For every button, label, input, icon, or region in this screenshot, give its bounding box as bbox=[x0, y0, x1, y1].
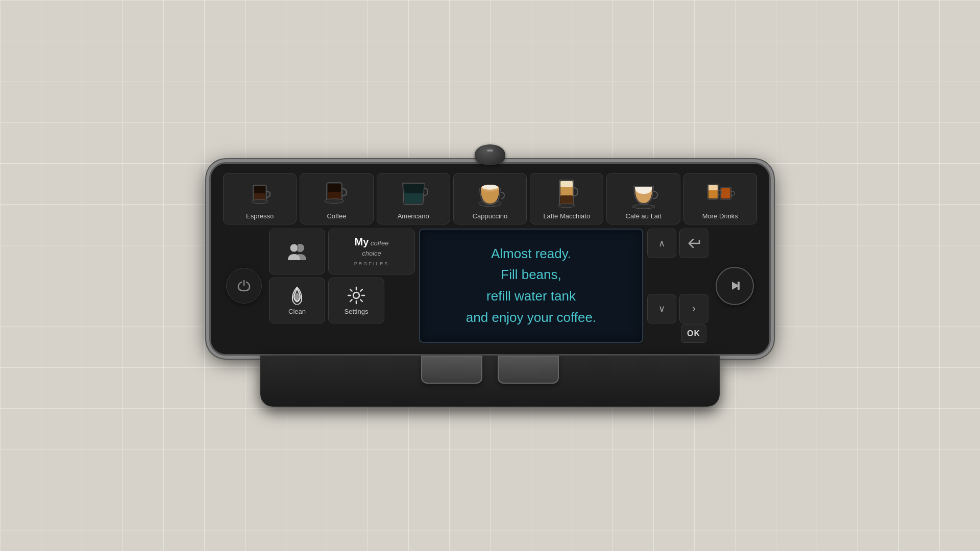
navigation-controls: ∧ ∨ › bbox=[647, 229, 708, 343]
cafe-au-lait-label: Café au Lait bbox=[626, 212, 662, 220]
americano-button[interactable]: Americano bbox=[377, 173, 450, 224]
svg-point-16 bbox=[558, 204, 575, 208]
svg-line-31 bbox=[360, 299, 362, 302]
more-drinks-button[interactable]: More Drinks bbox=[683, 173, 757, 224]
power-button[interactable] bbox=[226, 268, 262, 304]
americano-label: Americano bbox=[398, 212, 429, 220]
more-drinks-label: More Drinks bbox=[702, 212, 738, 220]
down-icon: ∨ bbox=[658, 303, 665, 314]
dispenser-left bbox=[421, 356, 482, 384]
machine-bottom bbox=[260, 356, 720, 407]
svg-rect-15 bbox=[560, 195, 573, 205]
nav-back-button[interactable] bbox=[679, 229, 708, 258]
cafe-au-lait-icon bbox=[628, 179, 659, 209]
profiles-label: PROFILES bbox=[354, 261, 389, 266]
svg-point-11 bbox=[483, 185, 497, 189]
cafe-au-lait-button[interactable]: Café au Lait bbox=[606, 173, 680, 224]
display-line3: refill water tank bbox=[486, 288, 576, 304]
svg-rect-22 bbox=[721, 188, 730, 198]
display-line1: Almost ready. bbox=[491, 246, 571, 261]
svg-line-33 bbox=[350, 299, 352, 302]
svg-line-32 bbox=[360, 289, 362, 291]
display-line4: and enjoy your coffee. bbox=[466, 310, 596, 325]
mid-left-top: My coffee choice PROFILES bbox=[269, 229, 415, 274]
cappuccino-icon bbox=[475, 179, 505, 209]
coffee-machine: Espresso Coffee bbox=[184, 144, 796, 407]
nav-down-button[interactable]: ∨ bbox=[647, 294, 676, 323]
svg-rect-35 bbox=[738, 282, 740, 290]
nav-right-button[interactable]: › bbox=[679, 294, 708, 323]
my-coffee-profiles-button[interactable]: My coffee choice PROFILES bbox=[328, 229, 415, 274]
svg-rect-2 bbox=[254, 186, 265, 193]
latte-macchiato-icon bbox=[551, 179, 582, 209]
users-button[interactable] bbox=[269, 229, 325, 274]
americano-icon bbox=[398, 179, 429, 209]
espresso-label: Espresso bbox=[246, 212, 274, 220]
clean-button[interactable]: Clean bbox=[269, 278, 325, 323]
nav-grid: ∧ ∨ › bbox=[647, 229, 708, 323]
cappuccino-label: Cappuccino bbox=[473, 212, 508, 220]
up-icon: ∧ bbox=[658, 238, 665, 249]
svg-point-25 bbox=[353, 292, 359, 298]
control-panel: Espresso Coffee bbox=[209, 162, 771, 356]
ok-button[interactable]: OK bbox=[681, 324, 706, 343]
svg-line-30 bbox=[350, 289, 352, 291]
clean-label: Clean bbox=[288, 308, 306, 315]
nav-empty-2 bbox=[679, 261, 708, 291]
display-message: Almost ready. Fill beans, refill water t… bbox=[466, 243, 596, 328]
right-icon: › bbox=[692, 302, 696, 315]
ok-label: OK bbox=[687, 329, 700, 338]
settings-button[interactable]: Settings bbox=[328, 278, 384, 323]
coffee-icon bbox=[321, 179, 352, 209]
svg-rect-6 bbox=[328, 184, 341, 192]
svg-rect-20 bbox=[708, 185, 718, 190]
more-drinks-icon bbox=[705, 179, 736, 209]
nav-empty-1 bbox=[647, 261, 676, 291]
dispenser-right bbox=[498, 356, 559, 384]
display-screen: Almost ready. Fill beans, refill water t… bbox=[419, 229, 643, 343]
coffee-button[interactable]: Coffee bbox=[300, 173, 373, 224]
latte-macchiato-label: Latte Macchiato bbox=[543, 212, 590, 220]
mid-left-controls: My coffee choice PROFILES bbox=[269, 229, 415, 343]
cappuccino-button[interactable]: Cappuccino bbox=[453, 173, 527, 224]
display-line2: Fill beans, bbox=[501, 267, 561, 282]
espresso-button[interactable]: Espresso bbox=[223, 173, 297, 224]
coffee-label: Coffee bbox=[327, 212, 346, 220]
svg-point-7 bbox=[325, 199, 344, 204]
play-stop-button[interactable] bbox=[716, 267, 754, 305]
svg-point-17 bbox=[632, 205, 655, 209]
svg-point-24 bbox=[290, 244, 298, 252]
bottom-row: My coffee choice PROFILES bbox=[223, 229, 757, 343]
drinks-row: Espresso Coffee bbox=[223, 173, 757, 224]
latte-macchiato-button[interactable]: Latte Macchiato bbox=[530, 173, 603, 224]
nav-up-button[interactable]: ∧ bbox=[647, 229, 676, 258]
settings-label: Settings bbox=[345, 308, 369, 315]
svg-rect-14 bbox=[560, 181, 573, 187]
top-knob bbox=[475, 144, 505, 165]
espresso-icon bbox=[244, 179, 275, 209]
svg-point-3 bbox=[252, 199, 268, 204]
